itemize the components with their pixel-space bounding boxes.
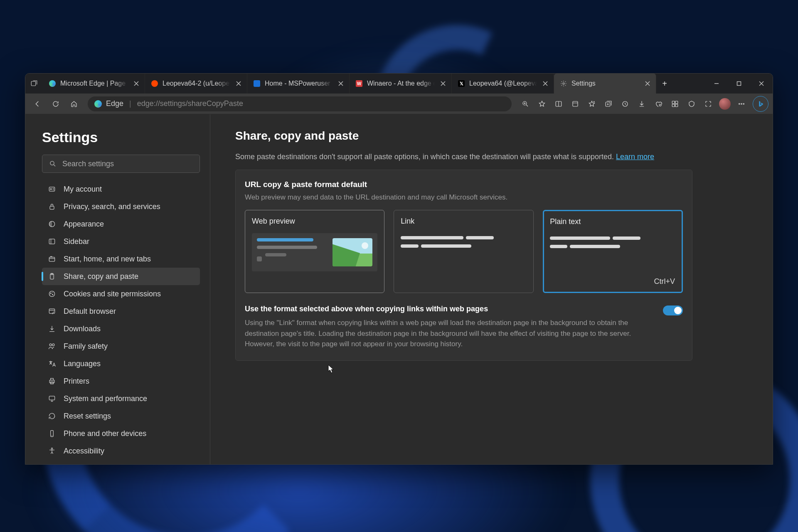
maximize-button[interactable] <box>728 74 750 94</box>
screenshot-icon[interactable] <box>700 96 716 112</box>
nav-phone[interactable]: Phone and other devices <box>42 425 200 442</box>
option-plain-text[interactable]: Plain text Ctrl+V <box>543 210 683 293</box>
favorites-icon[interactable] <box>584 96 600 112</box>
nav-reset[interactable]: Reset settings <box>42 407 200 425</box>
panel-subtitle: Web preview may send data to the URL des… <box>245 193 683 202</box>
svg-point-36 <box>51 448 52 449</box>
nav-system[interactable]: System and performance <box>42 390 200 407</box>
browser-essentials-icon[interactable] <box>684 96 699 112</box>
search-input[interactable]: Search settings <box>42 155 200 173</box>
downloads-icon[interactable] <box>634 96 650 112</box>
edge-icon <box>49 80 56 87</box>
svg-point-30 <box>52 344 54 346</box>
tab-settings[interactable]: Settings <box>554 74 656 94</box>
nav-my-account[interactable]: My account <box>42 180 200 198</box>
phone-icon <box>48 429 56 438</box>
wallet-icon[interactable] <box>650 96 666 112</box>
minimize-button[interactable] <box>705 74 728 94</box>
favorite-icon[interactable] <box>534 96 550 112</box>
tab-twitter[interactable]: 𝕏 Leopeva64 (@Leopeva64) <box>452 74 554 94</box>
x-icon: 𝕏 <box>458 80 465 87</box>
back-button[interactable] <box>30 96 45 112</box>
profile-button[interactable] <box>717 96 733 112</box>
link-illustration <box>401 233 526 250</box>
address-product: Edge <box>106 99 123 108</box>
tab-mspoweruser[interactable]: Home - MSPoweruser <box>247 74 350 94</box>
option-web-preview[interactable]: Web preview <box>245 210 384 293</box>
tab-title: Settings <box>571 80 639 87</box>
tab-reddit[interactable]: Leopeva64-2 (u/Leopeva6 <box>145 74 247 94</box>
nav-appearance[interactable]: Appearance <box>42 215 200 233</box>
sidebar-icon <box>48 237 56 246</box>
nav-printers[interactable]: Printers <box>42 372 200 390</box>
tab-edge[interactable]: Microsoft Edge | Page 148 <box>43 74 145 94</box>
collections-icon[interactable] <box>601 96 616 112</box>
svg-rect-34 <box>49 396 54 400</box>
svg-point-27 <box>52 294 53 295</box>
svg-point-26 <box>51 293 52 294</box>
nav-family[interactable]: Family safety <box>42 337 200 355</box>
tab-title: Winaero - At the edge of <box>367 80 435 87</box>
account-icon <box>48 185 56 193</box>
accessibility-icon <box>48 447 56 455</box>
close-icon[interactable] <box>541 79 549 88</box>
tab-title: Leopeva64 (@Leopeva64) <box>469 80 537 87</box>
option-title: Plain text <box>550 217 675 226</box>
nav-start[interactable]: Start, home, and new tabs <box>42 250 200 268</box>
option-title: Link <box>401 217 526 226</box>
address-bar[interactable]: Edge | edge://settings/shareCopyPaste <box>88 96 512 111</box>
toggle-label: Use the format selected above when copyi… <box>245 305 650 313</box>
close-icon[interactable] <box>337 79 345 88</box>
nav-cookies[interactable]: Cookies and site permissions <box>42 285 200 303</box>
nav-privacy[interactable]: Privacy, search, and services <box>42 198 200 215</box>
zoom-icon[interactable] <box>517 96 533 112</box>
nav-languages[interactable]: Languages <box>42 355 200 372</box>
more-button[interactable] <box>734 96 749 112</box>
lock-icon <box>48 202 56 211</box>
refresh-button[interactable] <box>48 96 64 112</box>
close-icon[interactable] <box>132 79 140 88</box>
nav-share-copy-paste[interactable]: Share, copy and paste <box>42 268 200 285</box>
svg-point-8 <box>659 104 661 106</box>
toggle-description: Using the "Link" format when copying lin… <box>245 318 650 350</box>
nav-accessibility[interactable]: Accessibility <box>42 442 200 460</box>
tab-winaero[interactable]: W Winaero - At the edge of <box>350 74 452 94</box>
search-icon <box>49 160 57 167</box>
panel-title: URL copy & paste format default <box>245 180 683 189</box>
download-icon <box>48 325 56 333</box>
svg-rect-2 <box>737 82 741 86</box>
reading-icon[interactable] <box>567 96 583 112</box>
extensions-icon[interactable] <box>667 96 683 112</box>
svg-rect-12 <box>675 104 678 106</box>
format-options: Web preview Link <box>245 210 683 293</box>
close-window-button[interactable] <box>750 74 773 94</box>
bing-button[interactable] <box>753 96 768 112</box>
svg-rect-22 <box>49 257 54 261</box>
close-icon[interactable] <box>234 79 243 88</box>
history-icon[interactable] <box>617 96 633 112</box>
toggle-switch[interactable] <box>663 305 683 315</box>
nav-default-browser[interactable]: Default browser <box>42 303 200 320</box>
split-screen-icon[interactable] <box>551 96 566 112</box>
home-button[interactable] <box>66 96 82 112</box>
page-description: Some paste destinations don't support al… <box>235 153 756 161</box>
option-title: Web preview <box>252 217 377 226</box>
new-tab-button[interactable]: + <box>656 74 673 94</box>
nav-sidebar[interactable]: Sidebar <box>42 233 200 250</box>
close-icon[interactable] <box>439 79 447 88</box>
svg-point-16 <box>50 161 54 165</box>
tab-actions-button[interactable] <box>25 74 43 94</box>
settings-panel: URL copy & paste format default Web prev… <box>235 170 692 361</box>
reddit-icon <box>151 80 158 87</box>
nav-downloads[interactable]: Downloads <box>42 320 200 337</box>
winaero-icon: W <box>355 80 363 87</box>
page-title: Share, copy and paste <box>235 129 756 143</box>
clipboard-icon <box>48 272 56 281</box>
browser-icon <box>48 307 56 315</box>
option-link[interactable]: Link <box>394 210 533 293</box>
svg-rect-0 <box>31 81 36 86</box>
languages-icon <box>48 360 56 368</box>
close-icon[interactable] <box>643 79 652 88</box>
learn-more-link[interactable]: Learn more <box>616 153 654 161</box>
svg-rect-5 <box>573 101 578 106</box>
